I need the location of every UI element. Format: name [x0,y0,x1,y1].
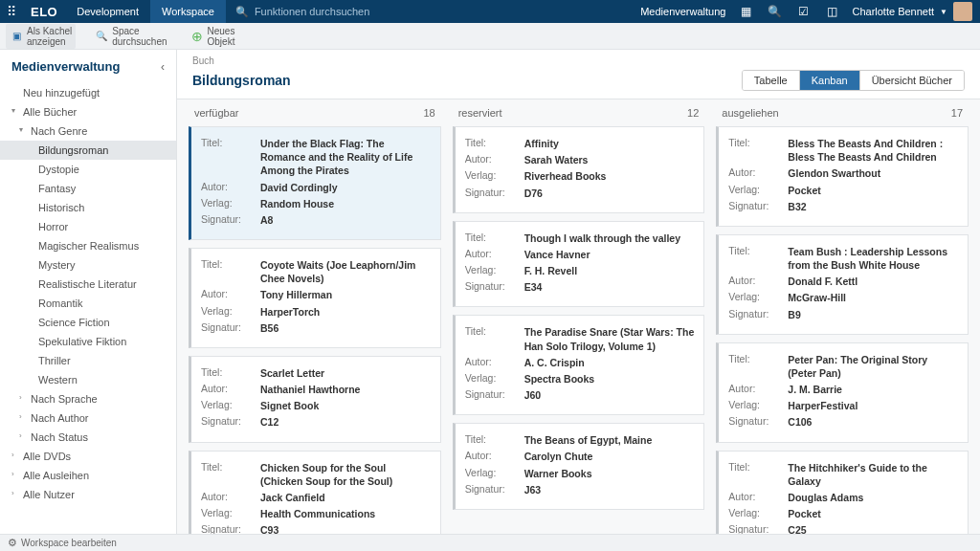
tab-tabelle[interactable]: Tabelle [743,71,800,90]
tree-item[interactable]: Neu hinzugefügt [0,83,176,102]
tree-item[interactable]: Science Fiction [0,313,176,332]
tab-uebersicht[interactable]: Übersicht Bücher [860,71,964,90]
search-area[interactable]: 🔍 Funktionen durchsuchen [226,6,379,18]
field-label: Signatur: [201,523,260,534]
collapse-sidebar-icon[interactable]: ‹ [161,60,165,74]
tree-item[interactable]: Thriller [0,351,176,370]
tree-item[interactable]: ▾Nach Genre [0,121,176,141]
field-value-author: Vance Havner [524,248,590,261]
tree-item-label: Alle Nutzer [23,489,75,500]
tree-item[interactable]: Realistische Literatur [0,275,176,294]
nav-tree: Neu hinzugefügt▾Alle Bücher▾Nach GenreBi… [0,83,176,504]
field-value-author: Donald F. Kettl [788,275,858,288]
kanban-card[interactable]: Titel:Scarlet LetterAutor:Nathaniel Hawt… [189,356,441,443]
kanban-card[interactable]: Titel:Under the Black Flag: The Romance … [189,126,441,240]
kanban-card[interactable]: Titel:AffinityAutor:Sarah WatersVerlag:R… [453,126,705,213]
tree-item[interactable]: Magischer Realismus [0,236,176,255]
tb-search-space[interactable]: 🔍 Space durchsuchen [91,24,170,49]
tree-item[interactable]: Spekulative Fiktion [0,332,176,351]
field-value-signature: B32 [788,200,806,213]
kanban-card[interactable]: Titel:Bless The Beasts And Children : Bl… [716,126,969,227]
kanban-card[interactable]: Titel:The Beans of Egypt, MaineAutor:Car… [453,423,705,510]
tree-item[interactable]: ›Nach Status [0,428,176,447]
user-menu[interactable]: Charlotte Bennett ▼ [852,2,972,21]
field-value-signature: A8 [260,213,273,227]
tree-arrow-icon: › [19,431,22,440]
tile-icon: ▣ [10,30,23,43]
field-value-publisher: Signet Book [260,399,319,412]
tree-item[interactable]: Horror [0,217,176,236]
cards-container: Titel:Bless The Beasts And Children : Bl… [716,126,969,534]
tb-tile-view[interactable]: ▣ Als Kachel anzeigen [6,24,76,49]
tree-arrow-icon: › [11,470,14,478]
tree-item-label: Nach Author [31,412,89,424]
tree-item[interactable]: ›Alle Ausleihen [0,466,176,485]
user-name: Charlotte Bennett [852,6,934,17]
dashboard-icon[interactable]: ◫ [823,3,840,20]
field-label: Signatur: [201,321,260,335]
tree-arrow-icon: › [11,489,14,497]
field-value-signature: C106 [788,415,812,429]
tree-item-label: Romantik [38,298,82,309]
search-icon-right[interactable]: 🔍 [766,3,783,20]
field-label: Autor: [728,166,788,180]
kanban-card[interactable]: Titel:Coyote Waits (Joe Leaphorn/Jim Che… [189,248,441,348]
tree-item-label: Magischer Realismus [38,240,139,252]
nav-development[interactable]: Development [65,0,150,23]
kanban-card[interactable]: Titel:The Hitchhiker's Guide to the Gala… [716,451,969,534]
field-value-signature: J60 [524,388,542,402]
tree-item[interactable]: Fantasy [0,179,176,198]
tree-item-label: Dystopie [38,164,79,175]
tree-item[interactable]: ›Alle DVDs [0,447,176,466]
tree-item[interactable]: Mystery [0,255,176,275]
view-tabs: Tabelle Kanban Übersicht Bücher [742,70,965,91]
field-label: Signatur: [465,483,524,496]
field-label: Autor: [728,491,788,504]
field-label: Verlag: [465,169,524,183]
field-value-author: Sarah Waters [524,153,589,166]
tree-item[interactable]: ›Nach Author [0,408,176,428]
gear-icon[interactable]: ⚙ [8,537,17,549]
tree-item[interactable]: ›Alle Nutzer [0,485,176,504]
field-label: Verlag: [728,399,788,412]
field-value-publisher: Spectra Books [524,372,595,386]
field-label: Signatur: [465,388,524,402]
field-value-signature: C25 [788,523,806,534]
tree-item[interactable]: Historisch [0,198,176,217]
tree-item[interactable]: Dystopie [0,160,176,179]
page-title: Bildungsroman [192,73,291,88]
kanban-card[interactable]: Titel:Peter Pan: The Original Story (Pet… [716,342,969,443]
search-space-icon: 🔍 [95,30,108,43]
content: Buch Bildungsroman Tabelle Kanban Übersi… [177,50,980,534]
grid-icon[interactable]: ▦ [737,3,754,20]
statusbar: ⚙ Workspace bearbeiten [0,534,980,551]
field-value-author: A. C. Crispin [524,356,585,369]
check-icon[interactable]: ☑ [794,3,812,20]
tree-item[interactable]: Bildungsroman [0,141,176,160]
tb-new-object[interactable]: ⊕ Neues Objekt [187,24,239,49]
nav-workspace[interactable]: Workspace [150,0,226,23]
apps-icon[interactable]: ⠿ [0,4,23,19]
field-label: Signatur: [728,200,788,213]
topbar: ⠿ ELO Development Workspace 🔍 Funktionen… [0,0,980,23]
tree-item[interactable]: ▾Alle Bücher [0,102,176,121]
tree-item-label: Alle Bücher [23,106,77,118]
field-value-signature: B9 [788,308,800,321]
field-value-title: The Hitchhiker's Guide to the Galaxy [788,461,958,488]
tree-arrow-icon: › [19,412,22,421]
kanban-card[interactable]: Titel:Though I walk through the valleyAu… [453,221,705,308]
kanban-card[interactable]: Titel:The Paradise Snare (Star Wars: The… [453,315,705,415]
field-value-title: Team Bush : Leadership Lessons from the … [788,245,958,272]
field-label: Verlag: [728,184,788,197]
kanban-card[interactable]: Titel:Chicken Soup for the Soul (Chicken… [189,451,441,534]
breadcrumb: Buch [177,50,980,68]
tree-item[interactable]: Romantik [0,294,176,313]
field-label: Titel: [201,258,260,285]
context-label[interactable]: Medienverwaltung [640,6,725,17]
tree-item[interactable]: Western [0,370,176,389]
tree-arrow-icon: ▾ [19,125,23,134]
tab-kanban[interactable]: Kanban [800,71,860,90]
tree-item[interactable]: ›Nach Sprache [0,389,176,408]
kanban-card[interactable]: Titel:Team Bush : Leadership Lessons fro… [716,234,969,335]
statusbar-text[interactable]: Workspace bearbeiten [21,538,117,548]
